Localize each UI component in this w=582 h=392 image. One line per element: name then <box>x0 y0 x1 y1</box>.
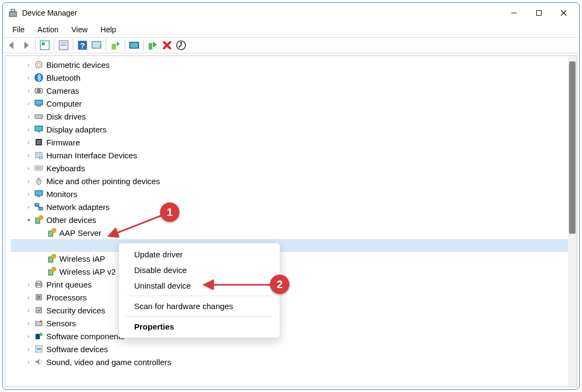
svg-point-28 <box>40 116 41 117</box>
chevron-right-icon[interactable]: › <box>24 333 33 339</box>
device-manager-window: Device Manager File Action View Help ? ›… <box>2 2 580 390</box>
svg-text:?: ? <box>40 216 42 220</box>
toolbar: ? <box>3 37 579 53</box>
help-button[interactable]: ? <box>77 39 88 51</box>
chevron-right-icon[interactable]: › <box>24 282 33 288</box>
minimize-button[interactable] <box>502 4 526 22</box>
tree-category[interactable]: ›Human Interface Devices <box>11 149 576 162</box>
tree-item[interactable]: ›?Wireless iAP v2 <box>11 265 576 278</box>
svg-rect-0 <box>9 12 17 17</box>
svg-text:?: ? <box>53 268 55 271</box>
menu-file[interactable]: File <box>7 24 30 35</box>
close-button[interactable] <box>551 4 576 22</box>
tree-category[interactable]: ›Software devices <box>11 342 576 355</box>
chevron-right-icon[interactable]: › <box>24 359 33 365</box>
maximize-button[interactable] <box>526 4 551 22</box>
tree-category-label: Software devices <box>46 345 108 354</box>
context-menu-separator <box>126 296 273 296</box>
tree-category-label: Disk drives <box>46 112 86 121</box>
tree-category[interactable]: ›Sound, video and game controllers <box>11 355 576 368</box>
vertical-scrollbar[interactable] <box>568 56 577 387</box>
svg-text:?: ? <box>53 255 55 258</box>
unknown-device-icon: ? <box>46 266 57 277</box>
chevron-right-icon[interactable]: › <box>24 178 33 184</box>
tree-category[interactable]: ›Security devices <box>11 304 576 317</box>
forward-button[interactable] <box>20 39 32 51</box>
tree-category[interactable]: ›Keyboards <box>11 162 576 174</box>
menu-help[interactable]: Help <box>95 24 122 35</box>
chevron-down-icon[interactable]: ▾ <box>24 217 33 223</box>
unknown-device-icon: ? <box>46 227 57 238</box>
chevron-right-icon[interactable]: › <box>24 165 33 171</box>
chevron-right-icon[interactable]: › <box>24 346 33 352</box>
svg-rect-43 <box>39 207 43 210</box>
svg-rect-58 <box>37 281 41 283</box>
firmware-icon <box>33 137 44 148</box>
tree-category-label: Cameras <box>46 86 79 95</box>
context-menu-separator <box>126 316 273 317</box>
chevron-right-icon[interactable]: › <box>24 307 33 313</box>
svg-rect-15 <box>130 43 139 48</box>
context-menu-item[interactable]: Scan for hardware changes <box>119 298 280 314</box>
svg-rect-65 <box>36 334 40 339</box>
chevron-right-icon[interactable]: › <box>24 204 33 210</box>
tree-category[interactable]: ▾?Other devices <box>11 213 576 226</box>
scrollbar-thumb[interactable] <box>569 61 576 234</box>
chevron-right-icon[interactable]: › <box>24 75 33 81</box>
chevron-right-icon[interactable]: › <box>24 114 33 120</box>
context-menu-item[interactable]: Disable device <box>119 262 280 278</box>
back-button[interactable] <box>6 39 18 51</box>
chevron-right-icon[interactable]: › <box>24 320 33 326</box>
uninstall-device-button[interactable] <box>161 39 173 51</box>
tree-item[interactable]: ›?Wireless iAP <box>11 252 576 265</box>
tree-category[interactable]: ›Sensors <box>11 317 576 330</box>
menubar: File Action View Help <box>3 23 579 37</box>
svg-rect-25 <box>35 100 43 105</box>
tree-category[interactable]: ›Software components <box>11 330 576 342</box>
tree-item[interactable]: ›?AAP Server <box>11 226 576 239</box>
tree-category[interactable]: ›Biometric devices <box>11 58 576 71</box>
menu-action[interactable]: Action <box>32 24 64 35</box>
context-menu-item[interactable]: Update driver <box>119 247 280 262</box>
sound-icon <box>33 356 44 367</box>
biometric-icon <box>33 59 44 70</box>
tree-category[interactable]: ›Disk drives <box>11 110 576 123</box>
enable-device-button[interactable] <box>147 39 159 51</box>
menu-view[interactable]: View <box>66 24 93 35</box>
tree-category[interactable]: ›Processors <box>11 291 576 304</box>
chevron-right-icon[interactable]: › <box>24 139 33 145</box>
svg-rect-40 <box>35 191 43 195</box>
svg-rect-42 <box>35 204 39 206</box>
tree-category[interactable]: ›Display adapters <box>11 123 576 136</box>
disable-device-button[interactable] <box>128 39 140 51</box>
chevron-right-icon[interactable]: › <box>24 191 33 197</box>
tree-category[interactable]: ›Monitors <box>11 187 576 200</box>
properties-button[interactable] <box>58 39 70 51</box>
tree-category[interactable]: ›Bluetooth <box>11 71 576 84</box>
chevron-right-icon[interactable]: › <box>24 127 33 132</box>
tree-item[interactable]: › <box>11 239 576 252</box>
tree-category[interactable]: ›Firmware <box>11 136 576 149</box>
show-hidden-button[interactable] <box>39 39 51 51</box>
scan-hardware-button[interactable] <box>175 39 187 51</box>
display-icon <box>33 124 44 135</box>
tree-category[interactable]: ›Network adapters <box>11 200 576 213</box>
tree-category[interactable]: ›Print queues <box>11 278 576 291</box>
svg-rect-32 <box>37 140 41 144</box>
context-menu-item[interactable]: Properties <box>119 319 280 334</box>
tree-category[interactable]: ›Computer <box>11 97 576 110</box>
scan-button[interactable] <box>91 39 102 51</box>
chevron-right-icon[interactable]: › <box>24 295 33 300</box>
tree-category-label: Print queues <box>46 280 92 289</box>
svg-point-24 <box>37 89 40 93</box>
unknown-device-icon: ? <box>46 253 57 264</box>
tree-item-label: Wireless iAP <box>59 254 105 263</box>
tree-category[interactable]: ›Mice and other pointing devices <box>11 174 576 187</box>
device-tree[interactable]: ›Biometric devices›Bluetooth›Cameras›Com… <box>5 56 577 387</box>
chevron-right-icon[interactable]: › <box>24 101 33 107</box>
chevron-right-icon[interactable]: › <box>24 88 33 94</box>
chevron-right-icon[interactable]: › <box>24 62 33 68</box>
chevron-right-icon[interactable]: › <box>24 152 33 158</box>
tree-category[interactable]: ›Cameras <box>11 84 576 97</box>
update-driver-button[interactable] <box>109 39 121 51</box>
